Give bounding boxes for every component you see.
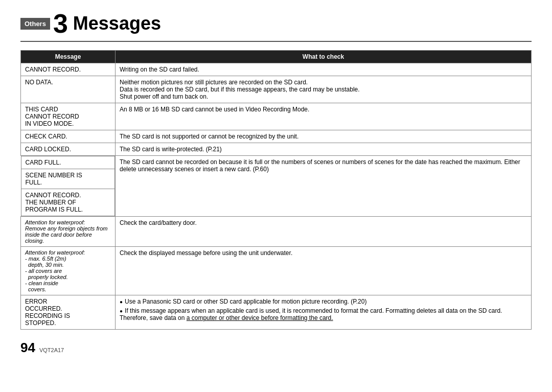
check-cell: Writing on the SD card failed.: [116, 63, 532, 76]
page-header: Others 3 Messages: [20, 10, 532, 42]
table-row: CHECK CARD. The SD card is not supported…: [21, 130, 532, 143]
others-label: Others: [20, 18, 50, 30]
page-number: 94: [20, 340, 35, 356]
footer-code: VQT2A17: [39, 347, 64, 353]
check-cell: The SD card cannot be recorded on becaus…: [116, 156, 532, 217]
chapter-number: 3: [53, 10, 68, 37]
table-row: THIS CARDCANNOT RECORDIN VIDEO MODE. An …: [21, 103, 532, 130]
msg-cell: CHECK CARD.: [21, 130, 116, 143]
msg-cell: CARD FULL. SCENE NUMBER ISFULL. CANNOT R…: [21, 156, 116, 217]
page-footer: 94 VQT2A17: [20, 340, 532, 356]
table-row: ERROROCCURRED.RECORDING ISSTOPPED. Use a…: [21, 295, 532, 330]
msg-cell-italic: Attention for waterproof: - max. 6.5ft (…: [21, 247, 116, 295]
table-row: CANNOT RECORD. Writing on the SD card fa…: [21, 63, 532, 76]
check-cell: Neither motion pictures nor still pictur…: [116, 76, 532, 103]
check-cell: The SD card is not supported or cannot b…: [116, 130, 532, 143]
msg-cell: CARD LOCKED.: [21, 143, 116, 156]
page-title: Messages: [73, 13, 161, 34]
check-cell: Check the displayed message before using…: [116, 247, 532, 295]
check-cell: An 8 MB or 16 MB SD card cannot be used …: [116, 103, 532, 130]
check-cell: Check the card/battery door.: [116, 217, 532, 247]
msg-cell: NO DATA.: [21, 76, 116, 103]
table-row: Attention for waterproof: - max. 6.5ft (…: [21, 247, 532, 295]
col-header-message: Message: [21, 51, 116, 63]
msg-cell: ERROROCCURRED.RECORDING ISSTOPPED.: [21, 295, 116, 330]
messages-table: Message What to check CANNOT RECORD. Wri…: [20, 50, 532, 330]
msg-cell: THIS CARDCANNOT RECORDIN VIDEO MODE.: [21, 103, 116, 130]
check-cell: Use a Panasonic SD card or other SD card…: [116, 295, 532, 330]
table-row: NO DATA. Neither motion pictures nor sti…: [21, 76, 532, 103]
col-header-check: What to check: [116, 51, 532, 63]
table-row: CARD LOCKED. The SD card is write-protec…: [21, 143, 532, 156]
table-row: Attention for waterproof: Remove any for…: [21, 217, 532, 247]
table-row: CARD FULL. SCENE NUMBER ISFULL. CANNOT R…: [21, 156, 532, 217]
msg-cell-italic: Attention for waterproof: Remove any for…: [21, 217, 116, 247]
check-cell: The SD card is write-protected. (P.21): [116, 143, 532, 156]
msg-cell: CANNOT RECORD.: [21, 63, 116, 76]
